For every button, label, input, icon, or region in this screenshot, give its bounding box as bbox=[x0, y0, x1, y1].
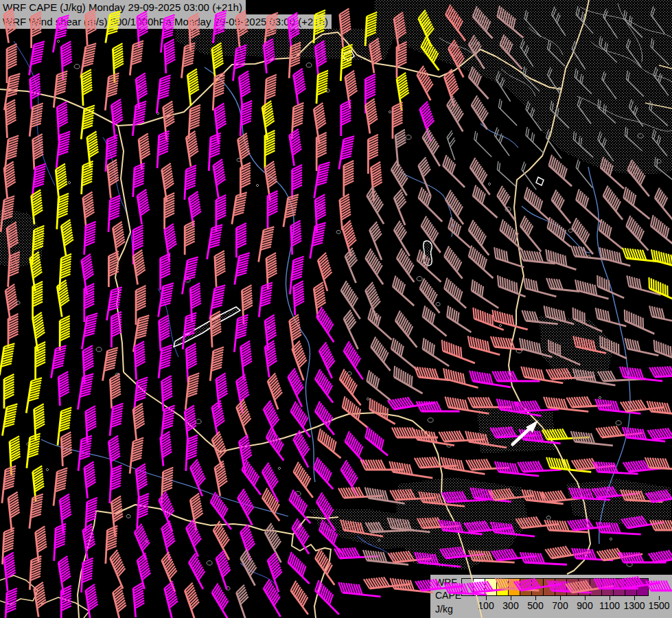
stipple-region-top-right bbox=[374, 0, 672, 174]
wind-barb bbox=[103, 346, 118, 382]
wind-barb bbox=[189, 104, 200, 140]
wind-barb bbox=[520, 552, 568, 564]
legend-tick-label: 100 bbox=[478, 600, 494, 611]
wind-barb bbox=[388, 338, 424, 370]
wind-barb bbox=[494, 275, 529, 297]
wind-barb bbox=[649, 249, 672, 268]
wind-barb bbox=[58, 407, 71, 446]
wind-barb bbox=[161, 467, 173, 507]
wind-barb bbox=[312, 369, 341, 403]
wind-barb bbox=[517, 338, 555, 357]
wind-barb bbox=[237, 133, 252, 170]
wind-barb bbox=[239, 71, 253, 108]
legend-tick-label: 700 bbox=[552, 600, 568, 611]
wind-barb bbox=[239, 460, 268, 495]
wind-barb bbox=[542, 306, 577, 324]
contour-loop bbox=[599, 396, 601, 399]
wind-barb bbox=[58, 371, 70, 406]
contour-loop bbox=[477, 41, 480, 44]
wind-barb bbox=[82, 161, 93, 195]
wind-barb bbox=[262, 101, 277, 141]
wind-barb bbox=[415, 66, 439, 100]
wind-barb bbox=[5, 284, 20, 321]
wind-barb bbox=[648, 6, 670, 33]
legend-swatch bbox=[461, 578, 474, 596]
wind-barb bbox=[470, 308, 507, 330]
wind-barb bbox=[645, 277, 672, 301]
contour-loop bbox=[85, 206, 91, 210]
wind-barb bbox=[600, 185, 630, 220]
wind-barb bbox=[446, 40, 472, 77]
wind-barb bbox=[521, 310, 559, 324]
wind-barb bbox=[368, 222, 391, 260]
wind-barb bbox=[623, 38, 647, 67]
contour-loop bbox=[436, 302, 440, 306]
contour-loop bbox=[610, 538, 612, 540]
wind-barb bbox=[312, 580, 346, 615]
wind-barb bbox=[209, 133, 220, 172]
wind-barb bbox=[391, 221, 418, 256]
wind-barb bbox=[467, 279, 504, 308]
wind-barb bbox=[264, 315, 278, 351]
wind-barb bbox=[240, 100, 252, 137]
wind-barb bbox=[518, 429, 561, 444]
wind-barb bbox=[314, 41, 328, 76]
legend-swatch bbox=[520, 578, 532, 596]
stipple-region-arrow-area bbox=[477, 409, 556, 453]
wind-barb bbox=[210, 431, 231, 467]
contour-loop bbox=[638, 134, 643, 138]
contour-loop bbox=[35, 327, 38, 330]
wind-barb bbox=[494, 186, 523, 221]
wind-barb bbox=[365, 74, 375, 113]
wind-barb bbox=[85, 584, 100, 618]
wind-barb bbox=[163, 102, 176, 141]
wind-barb bbox=[266, 253, 278, 290]
wind-barb bbox=[5, 135, 19, 172]
wind-barb bbox=[265, 130, 275, 168]
wind-barb bbox=[497, 34, 530, 69]
wind-barb bbox=[415, 187, 450, 222]
contour-loop bbox=[557, 87, 561, 91]
wind-barb bbox=[108, 436, 122, 476]
wind-barb bbox=[338, 486, 383, 499]
wind-barb bbox=[569, 308, 606, 332]
wind-barb bbox=[390, 366, 428, 393]
wind-barb bbox=[623, 71, 648, 96]
wind-barb bbox=[364, 282, 387, 320]
wind-barb bbox=[236, 223, 246, 258]
wind-barb bbox=[414, 552, 462, 567]
wind-barb bbox=[418, 492, 466, 507]
wind-barb bbox=[286, 490, 318, 523]
wind-barb bbox=[625, 159, 657, 196]
wind-barb bbox=[290, 255, 303, 295]
wind-barb bbox=[137, 493, 149, 529]
contour-loop bbox=[295, 492, 301, 496]
wind-barb bbox=[652, 187, 672, 222]
wind-barb bbox=[82, 345, 94, 383]
contour-loop bbox=[417, 277, 422, 281]
wind-barb bbox=[572, 456, 615, 470]
wind-barb bbox=[338, 281, 369, 319]
wind-barb bbox=[136, 553, 154, 589]
wind-barb bbox=[210, 284, 226, 321]
wind-barb bbox=[51, 344, 66, 380]
contour-loop bbox=[57, 40, 60, 43]
wind-barb bbox=[30, 102, 43, 137]
wind-barb bbox=[157, 492, 181, 531]
wind-barb bbox=[213, 159, 229, 198]
wind-barb bbox=[189, 493, 206, 531]
wind-barb bbox=[598, 369, 646, 381]
wind-barb bbox=[571, 336, 608, 353]
wind-barb bbox=[443, 397, 490, 414]
contour-loop bbox=[447, 444, 451, 447]
wind-barb bbox=[312, 549, 343, 585]
legend-swatch bbox=[578, 578, 590, 596]
wind-barb bbox=[439, 155, 472, 187]
wind-barb bbox=[164, 39, 176, 73]
wind-barb bbox=[464, 431, 508, 448]
wind-barb bbox=[520, 367, 564, 383]
wind-barb bbox=[545, 155, 578, 187]
wind-barb bbox=[445, 96, 472, 132]
wind-barb bbox=[593, 275, 628, 298]
wind-barb bbox=[33, 282, 43, 319]
